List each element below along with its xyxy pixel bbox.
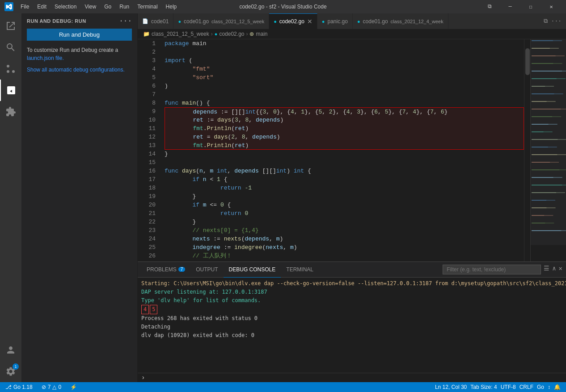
menu-terminal[interactable]: Terminal [134, 3, 161, 11]
minimize-button[interactable]: ─ [500, 0, 520, 13]
tab-panicgo-icon: ● [322, 19, 325, 24]
code-area[interactable]: package mainimport ( "fmt" "sort")func m… [160, 39, 524, 261]
menu-go[interactable]: Go [101, 3, 115, 11]
panel-tab-output[interactable]: OUTPUT [190, 262, 223, 278]
tab-code01-go[interactable]: ● code01.go class_2021_12_5_week [173, 13, 269, 29]
line-number-2: 2 [138, 48, 156, 56]
breadcrumb-file[interactable]: ● code02.go [215, 31, 245, 37]
console-output-num: 4 [141, 305, 149, 314]
layout-icon[interactable]: ⧉ [479, 0, 500, 13]
status-errors[interactable]: ⊘ 7 △ 0 [40, 384, 63, 390]
breadcrumb-file-icon: ● [215, 31, 218, 37]
status-broadcast[interactable]: ⚡ [68, 384, 79, 390]
status-line-ending[interactable]: CRLF [518, 384, 535, 390]
status-notifications[interactable]: 🔔 [552, 384, 562, 390]
line-number-6: 6 [138, 82, 156, 90]
panel-list-icon[interactable]: ☰ [544, 265, 549, 274]
close-button[interactable]: ✕ [541, 0, 562, 13]
breadcrumb-symbol[interactable]: ⊛ main [249, 31, 267, 37]
code-line-21: return 0 [165, 209, 524, 218]
sidebar: RUN AND DEBUG: RUN ··· Run and Debug To … [21, 13, 138, 382]
panel-actions: ☰ ∧ ✕ [443, 265, 562, 274]
line-number-12: 12 [138, 133, 156, 141]
panel-expand-icon[interactable]: ∧ [552, 265, 556, 274]
console-line: Starting: C:\Users\MSI\go\bin\dlv.exe da… [141, 279, 562, 288]
status-language[interactable]: Go [535, 384, 546, 390]
bottom-panel: PROBLEMS 7 OUTPUT DEBUG CONSOLE TERMINAL… [138, 261, 566, 382]
tab-code01go2-suffix: class_2021_12_4_week [391, 19, 444, 24]
breadcrumb-sep1: › [211, 31, 213, 37]
code-line-23: // nexts[0] = {1,4} [165, 226, 524, 235]
run-debug-button[interactable]: Run and Debug [27, 29, 132, 41]
tab-bar: 📄 code01 ● code01.go class_2021_12_5_wee… [138, 13, 566, 29]
activity-run-debug[interactable] [0, 80, 21, 101]
panel-tab-debug-console[interactable]: DEBUG CONSOLE [224, 262, 281, 278]
tab-panicgo-label: panic.go [328, 18, 348, 25]
code-line-17: if n < 1 { [165, 175, 524, 184]
tab-code02go[interactable]: ● code02.go ✕ [269, 13, 317, 29]
console-line: 45 [141, 305, 562, 314]
line-number-11: 11 [138, 124, 156, 133]
svg-point-0 [12, 70, 15, 73]
activity-account[interactable] [0, 339, 21, 361]
launch-json-link[interactable]: launch.json file. [27, 55, 64, 61]
line-number-16: 16 [138, 167, 156, 175]
status-sync[interactable]: ↕ [546, 384, 552, 390]
tab-panicgo[interactable]: ● panic.go [317, 13, 353, 29]
menu-run[interactable]: Run [116, 3, 133, 11]
code-line-24: nexts := nexts(depends, m) [165, 235, 524, 243]
panel-tab-problems[interactable]: PROBLEMS 7 [141, 262, 190, 278]
maximize-button[interactable]: ☐ [520, 0, 541, 13]
sidebar-show-auto-debug: Show all automatic debug configurations. [21, 66, 137, 77]
activity-settings[interactable]: 1 [0, 361, 21, 382]
line-number-7: 7 [138, 90, 156, 99]
status-encoding[interactable]: UTF-8 [499, 384, 518, 390]
terminal-input-area: › [138, 373, 566, 382]
status-tab-size[interactable]: Tab Size: 4 [469, 384, 498, 390]
line-number-19: 19 [138, 192, 156, 201]
vertical-scrollbar[interactable] [524, 39, 530, 261]
tab-code01[interactable]: 📄 code01 [138, 13, 173, 29]
activity-extensions[interactable] [0, 101, 21, 122]
tab-code02go-icon: ● [274, 19, 277, 24]
code-line-5: "sort" [165, 73, 524, 82]
menu-selection[interactable]: Selection [51, 3, 80, 11]
titlebar-left: File Edit Selection View Go Run Terminal… [4, 2, 180, 11]
activity-search[interactable] [0, 37, 21, 58]
more-tabs-button[interactable]: ··· [550, 17, 562, 25]
show-auto-debug-link[interactable]: Show all automatic debug configurations. [27, 67, 125, 73]
menu-help[interactable]: Help [162, 3, 181, 11]
line-numbers: 1234567891011121314151617181920212223242… [138, 39, 160, 261]
panel-tab-terminal[interactable]: TERMINAL [281, 262, 319, 278]
status-ln-col[interactable]: Ln 12, Col 30 [433, 384, 469, 390]
breadcrumb-folder[interactable]: 📁 class_2021_12_5_week [143, 31, 209, 37]
menu-edit[interactable]: Edit [34, 3, 50, 11]
code-line-2 [165, 48, 524, 56]
code-line-3: import ( [165, 56, 524, 65]
status-go-version[interactable]: ⎇ Go 1.18 [4, 384, 34, 390]
git-icon: ⎇ [5, 384, 12, 390]
line-number-26: 26 [138, 252, 156, 260]
menu-view[interactable]: View [81, 3, 100, 11]
sidebar-more-options[interactable]: ··· [119, 17, 132, 25]
menu-file[interactable]: File [17, 3, 33, 11]
console-line: Detaching [141, 323, 562, 331]
settings-badge: 1 [13, 363, 19, 370]
tab-code01go-label: code01.go [184, 18, 209, 25]
activity-explorer[interactable] [0, 15, 21, 37]
code-line-6: ) [165, 82, 524, 90]
panel-filter-input[interactable] [443, 265, 541, 274]
panel-close-icon[interactable]: ✕ [559, 265, 562, 274]
console-line: Type 'dlv help' for list of commands. [141, 296, 562, 305]
scrollbar-thumb[interactable] [525, 48, 530, 75]
split-editor-button[interactable]: ⧉ [543, 17, 549, 25]
tab-code02go-close[interactable]: ✕ [307, 18, 313, 25]
tab-code01go2[interactable]: ● code01.go class_2021_12_4_week [353, 13, 448, 29]
editor-content[interactable]: 1234567891011121314151617181920212223242… [138, 39, 524, 261]
code-line-14: } [165, 150, 524, 158]
activity-git[interactable] [0, 58, 21, 80]
code-line-16: func days(n, m int, depends [][]int) int… [165, 167, 524, 175]
terminal-label: TERMINAL [286, 266, 313, 273]
output-label: OUTPUT [196, 266, 218, 273]
code-line-1: package main [165, 39, 524, 48]
